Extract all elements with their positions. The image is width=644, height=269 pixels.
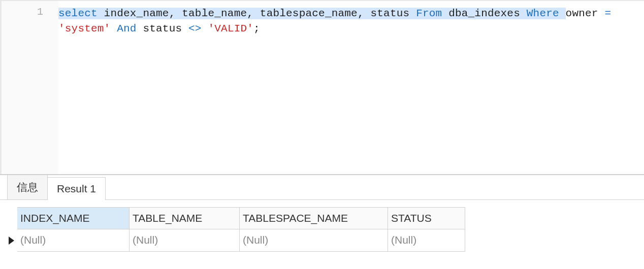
column-header[interactable]: INDEX_NAME <box>17 207 130 229</box>
code-content[interactable]: select index_name, table_name, tablespac… <box>58 1 644 174</box>
code-token: owner <box>566 8 605 19</box>
cell[interactable]: (Null) <box>240 229 388 252</box>
code-token <box>110 23 117 35</box>
row-header-corner <box>5 207 17 229</box>
line-number: 1 <box>2 6 43 18</box>
code-token: = <box>604 8 611 19</box>
cell[interactable]: (Null) <box>17 229 130 252</box>
line-gutter: 1 <box>2 1 58 174</box>
code-token: 'system' <box>58 23 110 35</box>
tab-result-1[interactable]: Result 1 <box>47 177 106 200</box>
code-token <box>559 8 566 19</box>
row-indicator <box>5 229 17 252</box>
code-token: Where <box>527 8 559 19</box>
code-token: ; <box>253 23 260 35</box>
current-row-icon <box>9 237 14 245</box>
code-token <box>202 23 208 35</box>
column-header[interactable]: TABLESPACE_NAME <box>240 207 388 229</box>
result-grid-area: INDEX_NAMETABLE_NAMETABLESPACE_NAMESTATU… <box>0 200 644 252</box>
code-token: index_name, table_name, tablespace_name,… <box>98 8 416 19</box>
result-tabs: 信息Result 1 <box>0 175 644 200</box>
result-grid[interactable]: INDEX_NAMETABLE_NAMETABLESPACE_NAMESTATU… <box>5 207 644 252</box>
code-token: select <box>58 8 98 19</box>
tab-messages[interactable]: 信息 <box>7 175 48 199</box>
code-token: status <box>137 23 188 35</box>
column-header[interactable]: STATUS <box>388 207 465 229</box>
cell[interactable]: (Null) <box>388 229 465 252</box>
code-token: <> <box>188 23 202 35</box>
code-token: dba_indexes <box>442 8 526 19</box>
column-header[interactable]: TABLE_NAME <box>130 207 240 229</box>
table-row[interactable]: (Null)(Null)(Null)(Null) <box>5 229 644 252</box>
code-token <box>611 8 618 19</box>
results-panel: 信息Result 1 INDEX_NAMETABLE_NAMETABLESPAC… <box>0 174 644 252</box>
grid-header-row: INDEX_NAMETABLE_NAMETABLESPACE_NAMESTATU… <box>5 207 644 229</box>
code-token: From <box>416 8 442 19</box>
code-token: And <box>117 23 136 35</box>
cell[interactable]: (Null) <box>130 229 240 252</box>
code-token: 'VALID' <box>208 23 253 35</box>
sql-editor[interactable]: 1 select index_name, table_name, tablesp… <box>0 0 644 174</box>
